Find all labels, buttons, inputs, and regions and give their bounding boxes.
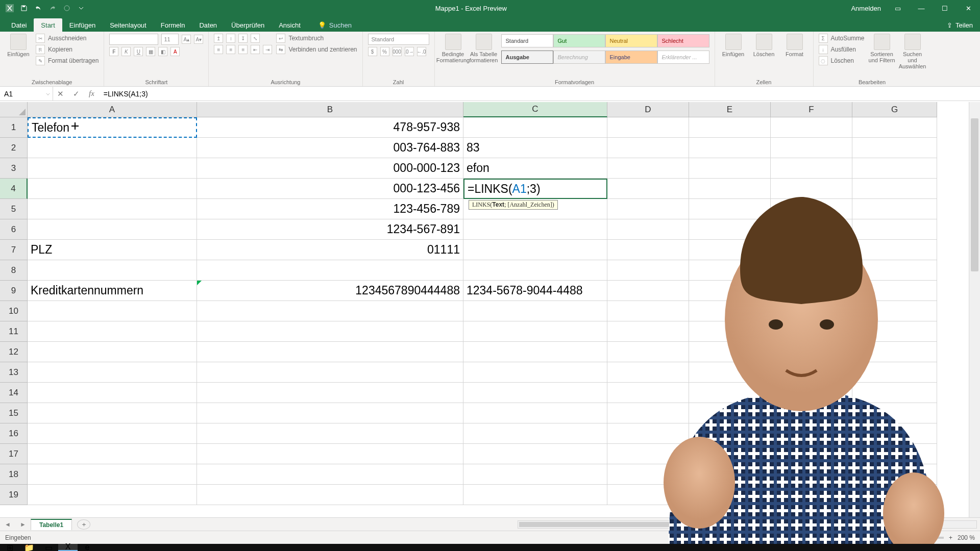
cell-B15[interactable] (197, 403, 463, 423)
cell-B13[interactable] (197, 362, 463, 383)
cell-E18[interactable] (689, 464, 771, 485)
cell-E9[interactable] (689, 281, 771, 301)
zoom-in-button[interactable]: + (949, 534, 952, 541)
minimize-button[interactable]: — (910, 0, 933, 16)
number-format-select[interactable]: Standard (368, 34, 429, 45)
formula-bar-input[interactable]: =LINKS(A1;3) (99, 87, 980, 101)
cell-A6[interactable] (28, 219, 197, 240)
row-header-11[interactable]: 11 (0, 321, 28, 342)
style-berechnung[interactable]: Berechnung (553, 51, 605, 64)
cell-C16[interactable] (463, 423, 607, 444)
cell-B14[interactable] (197, 383, 463, 403)
cell-A1[interactable]: Telefon (28, 117, 197, 138)
increase-font-icon[interactable]: A▴ (182, 35, 191, 44)
cell-F16[interactable] (771, 423, 852, 444)
cell-E2[interactable] (689, 138, 771, 158)
cancel-formula-button[interactable]: ✕ (57, 89, 64, 98)
cell-G19[interactable] (852, 485, 937, 505)
cell-D14[interactable] (607, 383, 689, 403)
style-schlecht[interactable]: Schlecht (657, 34, 709, 47)
cell-A19[interactable] (28, 485, 197, 505)
enter-formula-button[interactable]: ✓ (73, 89, 80, 98)
qat-customize-icon[interactable] (76, 3, 87, 14)
underline-button[interactable]: U (134, 47, 143, 56)
font-family-select[interactable] (109, 34, 158, 45)
sort-filter-button[interactable]: Sortieren und Filtern (869, 34, 895, 63)
cell-E1[interactable] (689, 117, 771, 138)
row-header-9[interactable]: 9 (0, 281, 28, 301)
wrap-text-button[interactable]: ↩Textumbruch (276, 34, 357, 43)
align-bottom-icon[interactable]: ↧ (238, 34, 248, 43)
cell-A16[interactable] (28, 423, 197, 444)
edge-taskbar-icon[interactable]: e (78, 544, 97, 551)
cell-D9[interactable] (607, 281, 689, 301)
style-eingabe[interactable]: Eingabe (605, 51, 657, 64)
cell-D2[interactable] (607, 138, 689, 158)
indent-decrease-icon[interactable]: ⇤ (251, 45, 260, 54)
ribbon-display-icon[interactable]: ▭ (886, 0, 910, 16)
cell-D19[interactable] (607, 485, 689, 505)
format-painter-button[interactable]: ✎Format übertragen (36, 56, 99, 65)
file-explorer-icon[interactable]: 📁 (19, 544, 39, 551)
fill-color-button[interactable]: ◧ (158, 47, 167, 56)
cell-F3[interactable] (771, 158, 852, 179)
cell-F4[interactable] (771, 179, 852, 199)
tab-seitenlayout[interactable]: Seitenlayout (103, 18, 154, 32)
cell-C9[interactable]: 1234-5678-9044-4488 (463, 281, 607, 301)
cell-B3[interactable]: 000-000-123 (197, 158, 463, 179)
save-icon[interactable] (18, 3, 30, 14)
merge-center-button[interactable]: ⇆Verbinden und zentrieren (276, 45, 357, 54)
cell-G2[interactable] (852, 138, 937, 158)
scroll-thumb[interactable] (971, 118, 978, 271)
cell-B9[interactable]: 1234567890444488 (197, 281, 463, 301)
cell-G4[interactable] (852, 179, 937, 199)
column-header-C[interactable]: C (463, 102, 607, 117)
cell-E11[interactable] (689, 321, 771, 342)
tab-start[interactable]: Start (34, 18, 62, 32)
cell-F9[interactable] (771, 281, 852, 301)
cell-F10[interactable] (771, 301, 852, 321)
row-header-19[interactable]: 19 (0, 485, 28, 505)
cell-G10[interactable] (852, 301, 937, 321)
autosum-button[interactable]: ΣAutoSumme (819, 34, 865, 43)
conditional-formatting-button[interactable]: Bedingte Formatierung (440, 34, 467, 63)
delete-cells-button[interactable]: Löschen (751, 34, 777, 57)
cell-A12[interactable] (28, 342, 197, 362)
cell-A11[interactable] (28, 321, 197, 342)
cell-A13[interactable] (28, 362, 197, 383)
cell-A4[interactable] (28, 179, 197, 199)
tell-me-search[interactable]: 💡 Suchen (318, 21, 352, 32)
cell-D10[interactable] (607, 301, 689, 321)
cell-C13[interactable] (463, 362, 607, 383)
undo-icon[interactable] (33, 3, 44, 14)
style-standard[interactable]: Standard (501, 34, 553, 47)
cell-B6[interactable]: 1234-567-891 (197, 219, 463, 240)
cell-G11[interactable] (852, 321, 937, 342)
zoom-out-button[interactable]: − (874, 534, 877, 541)
row-header-13[interactable]: 13 (0, 362, 28, 383)
align-right-icon[interactable]: ≡ (238, 45, 248, 54)
cell-B19[interactable] (197, 485, 463, 505)
horizontal-scrollbar[interactable] (518, 520, 977, 529)
cell-C3[interactable]: efon (463, 158, 607, 179)
chevron-down-icon[interactable] (46, 91, 50, 95)
cell-C15[interactable] (463, 403, 607, 423)
cell-E7[interactable] (689, 240, 771, 260)
cell-F18[interactable] (771, 464, 852, 485)
vertical-scrollbar[interactable] (969, 102, 980, 531)
cell-G13[interactable] (852, 362, 937, 383)
cell-D7[interactable] (607, 240, 689, 260)
maximize-button[interactable]: ☐ (933, 0, 957, 16)
row-header-14[interactable]: 14 (0, 383, 28, 403)
cell-E10[interactable] (689, 301, 771, 321)
close-button[interactable]: ✕ (957, 0, 980, 16)
sheet-nav-prev-icon[interactable]: ◄ (5, 521, 11, 528)
cell-F6[interactable] (771, 219, 852, 240)
cell-B7[interactable]: 01111 (197, 240, 463, 260)
cell-E14[interactable] (689, 383, 771, 403)
orientation-icon[interactable]: ⤡ (251, 34, 260, 43)
cell-C19[interactable] (463, 485, 607, 505)
cell-C18[interactable] (463, 464, 607, 485)
cell-D8[interactable] (607, 260, 689, 281)
cell-A5[interactable] (28, 199, 197, 219)
